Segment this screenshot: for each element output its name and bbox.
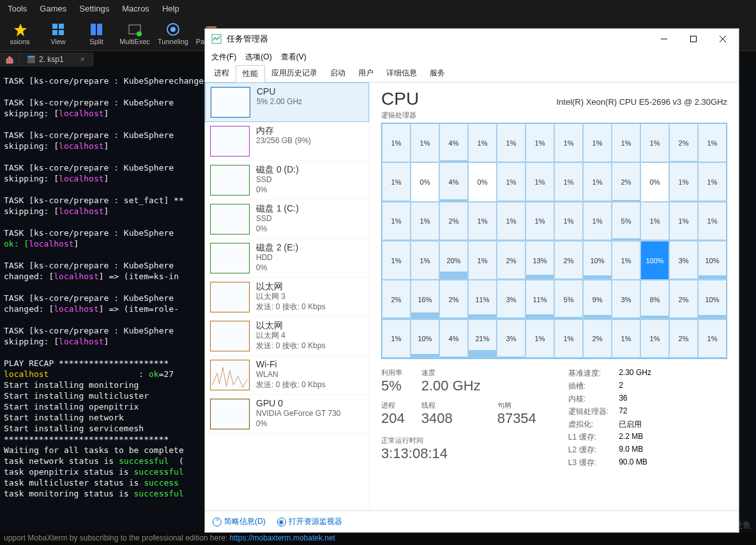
footer-link[interactable]: https://mobaxterm.mobatek.net bbox=[230, 533, 335, 542]
close-button[interactable] bbox=[708, 29, 737, 49]
titlebar[interactable]: 任务管理器 bbox=[205, 29, 739, 49]
cpu-cell: 1% bbox=[468, 123, 497, 162]
cpu-cell: 1% bbox=[382, 241, 411, 280]
svg-point-9 bbox=[170, 27, 176, 32]
cpu-cell: 11% bbox=[468, 280, 497, 319]
tab-5[interactable]: 详细信息 bbox=[380, 65, 423, 82]
cpu-cell: 0% bbox=[411, 162, 439, 201]
cpu-cell: 9% bbox=[583, 280, 612, 319]
terminal-output[interactable]: TASK [ks-core/prepare : KubeSpherechange… bbox=[0, 69, 204, 529]
cpu-model: Intel(R) Xeon(R) CPU E5-2696 v3 @ 2.30GH… bbox=[556, 97, 727, 107]
tab-3[interactable]: 启动 bbox=[324, 65, 352, 82]
cpu-cell: 1% bbox=[640, 123, 669, 162]
stat-value: 36 bbox=[619, 394, 651, 404]
toolbar-split[interactable]: Split bbox=[80, 22, 112, 45]
maximize-button[interactable] bbox=[679, 29, 708, 49]
svg-rect-16 bbox=[691, 36, 697, 42]
cpu-cell: 1% bbox=[468, 241, 497, 280]
cpu-cell: 2% bbox=[669, 319, 698, 358]
thumb-icon bbox=[210, 360, 250, 390]
menu-file[interactable]: 文件(F) bbox=[211, 52, 236, 63]
cpu-cell: 1% bbox=[382, 319, 411, 358]
sidebar-item-6[interactable]: 以太网以太网 4发送: 0 接收: 0 Kbps bbox=[205, 317, 369, 356]
cpu-cell: 1% bbox=[612, 241, 640, 280]
menu-help[interactable]: Help bbox=[162, 4, 179, 13]
sidebar-item-0[interactable]: CPU5% 2.00 GHz bbox=[205, 82, 369, 122]
cpu-cell: 2% bbox=[497, 241, 525, 280]
terminal-icon bbox=[27, 56, 35, 63]
cpu-cell: 2% bbox=[669, 280, 698, 319]
tab-1[interactable]: 性能 bbox=[236, 65, 265, 82]
thumb-icon bbox=[210, 399, 250, 429]
thumb-icon bbox=[210, 321, 250, 351]
svg-rect-13 bbox=[28, 56, 34, 58]
cpu-cell: 2% bbox=[669, 123, 698, 162]
minimize-button[interactable] bbox=[649, 29, 679, 49]
stat-block: 进程204 bbox=[381, 401, 405, 427]
svg-rect-2 bbox=[52, 30, 57, 35]
cpu-cell: 1% bbox=[525, 202, 554, 241]
tab-4[interactable]: 用户 bbox=[352, 65, 380, 82]
toolbar-view[interactable]: View bbox=[42, 22, 74, 45]
cpu-cell: 1% bbox=[612, 123, 640, 162]
cpu-cell: 4% bbox=[439, 123, 468, 162]
cpu-cell: 2% bbox=[554, 241, 583, 280]
cpu-cell: 2% bbox=[439, 202, 468, 241]
cpu-cell: 3% bbox=[497, 280, 525, 319]
menu-settings[interactable]: Settings bbox=[79, 4, 109, 13]
thumb-icon bbox=[210, 204, 250, 234]
thumb-icon bbox=[210, 126, 250, 157]
cpu-cell: 4% bbox=[439, 162, 468, 201]
menu-view[interactable]: 查看(V) bbox=[281, 52, 306, 63]
fewer-details-link[interactable]: ˄ 简略信息(D) bbox=[213, 516, 266, 527]
tab-2[interactable]: 应用历史记录 bbox=[265, 65, 324, 82]
sidebar-item-7[interactable]: Wi-FiWLAN发送: 0 接收: 0 Kbps bbox=[205, 356, 369, 395]
menu-games[interactable]: Games bbox=[40, 4, 66, 13]
cpu-cell: 2% bbox=[612, 162, 640, 201]
sidebar-item-1[interactable]: 内存23/256 GB (9%) bbox=[205, 122, 369, 161]
star-icon bbox=[11, 22, 29, 36]
cpu-cell: 1% bbox=[411, 202, 439, 241]
footer-text: upport MobaXterm by subscribing to the p… bbox=[4, 533, 230, 542]
tunnel-icon bbox=[164, 22, 182, 36]
close-icon[interactable]: × bbox=[80, 55, 85, 64]
tab-0[interactable]: 进程 bbox=[208, 65, 236, 82]
sidebar-item-8[interactable]: GPU 0NVIDIA GeForce GT 7300% bbox=[205, 395, 369, 434]
menu-options[interactable]: 选项(O) bbox=[245, 52, 271, 63]
toolbar-tunneling[interactable]: Tunneling bbox=[157, 22, 189, 45]
cpu-cell: 10% bbox=[583, 241, 612, 280]
cpu-cell: 1% bbox=[612, 319, 640, 358]
stat-label: 基准速度: bbox=[568, 368, 609, 379]
stat-value: 2.2 MB bbox=[619, 432, 651, 443]
tm-footer: ˄ 简略信息(D) ◉ 打开资源监视器 bbox=[205, 510, 739, 532]
cpu-cell: 10% bbox=[698, 280, 727, 319]
cpu-cell: 2% bbox=[583, 319, 612, 358]
cpu-title: CPU bbox=[381, 89, 419, 109]
cpu-cell: 20% bbox=[439, 241, 468, 280]
tab-label: 2. ksp1 bbox=[39, 55, 64, 64]
menu-macros[interactable]: Macros bbox=[122, 4, 149, 13]
menu-tools[interactable]: Tools bbox=[8, 4, 27, 13]
moba-footer: upport MobaXterm by subscribing to the p… bbox=[0, 532, 756, 545]
stat-value: 9.0 MB bbox=[619, 445, 651, 456]
moba-menubar: ToolsGamesSettingsMacrosHelp bbox=[0, 0, 756, 17]
sidebar-item-3[interactable]: 磁盘 1 (C:)SSD0% bbox=[205, 200, 369, 239]
toolbar-ssions[interactable]: ssions bbox=[4, 22, 36, 45]
toolbar-multiexec[interactable]: MultiExec bbox=[119, 22, 151, 45]
sidebar-item-5[interactable]: 以太网以太网 3发送: 0 接收: 0 Kbps bbox=[205, 278, 369, 317]
resmon-link[interactable]: ◉ 打开资源监视器 bbox=[277, 516, 342, 527]
cpu-cell: 1% bbox=[583, 202, 612, 241]
home-tab[interactable] bbox=[0, 52, 20, 66]
svg-rect-3 bbox=[59, 30, 64, 35]
cpu-cell: 1% bbox=[583, 123, 612, 162]
tab-6[interactable]: 服务 bbox=[423, 65, 451, 82]
tm-main: CPU Intel(R) Xeon(R) CPU E5-2696 v3 @ 2.… bbox=[370, 82, 739, 510]
sidebar-item-4[interactable]: 磁盘 2 (E:)HDD0% bbox=[205, 239, 369, 278]
stat-value: 90.0 MB bbox=[619, 457, 651, 468]
cpu-cell: 1% bbox=[698, 319, 727, 358]
cpu-cell: 5% bbox=[554, 280, 583, 319]
sidebar-item-2[interactable]: 磁盘 0 (D:)SSD0% bbox=[205, 161, 369, 200]
cpu-cell: 5% bbox=[612, 202, 640, 241]
cpu-cell: 0% bbox=[640, 162, 669, 201]
session-tab[interactable]: 2. ksp1 × bbox=[20, 52, 93, 66]
